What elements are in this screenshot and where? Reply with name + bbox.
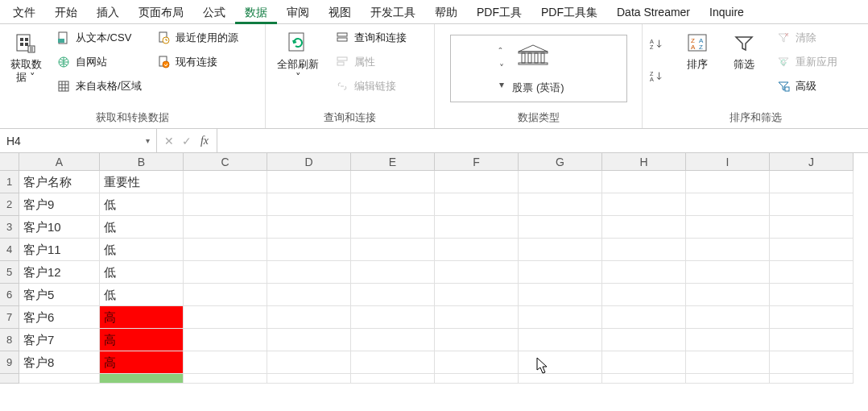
cancel-icon[interactable]: ✕ bbox=[162, 135, 176, 147]
tab-数据[interactable]: 数据 bbox=[235, 0, 277, 24]
cell[interactable] bbox=[686, 239, 770, 261]
col-header-G[interactable]: G bbox=[519, 153, 602, 171]
advanced-filter-button[interactable]: 高级 bbox=[773, 76, 841, 97]
cell[interactable] bbox=[184, 216, 267, 239]
col-header-D[interactable]: D bbox=[267, 153, 351, 171]
cell[interactable]: 客户10 bbox=[19, 216, 100, 239]
cell[interactable] bbox=[267, 306, 351, 329]
cell[interactable] bbox=[435, 351, 519, 374]
cell[interactable] bbox=[770, 374, 854, 384]
datatype-gallery[interactable]: 股票 (英语) ˆ ˅ ▾ bbox=[450, 35, 627, 102]
cell[interactable] bbox=[602, 193, 686, 216]
cell[interactable] bbox=[686, 171, 770, 193]
existing-connections-button[interactable]: 现有连接 bbox=[153, 52, 242, 73]
cell[interactable] bbox=[184, 306, 267, 329]
tab-Inquire[interactable]: Inquire bbox=[700, 0, 754, 24]
tab-审阅[interactable]: 审阅 bbox=[277, 0, 319, 24]
row-header[interactable]: 2 bbox=[0, 193, 19, 216]
row-header[interactable]: 4 bbox=[0, 239, 19, 261]
cell[interactable] bbox=[686, 306, 770, 329]
spreadsheet-grid[interactable]: ABCDEFGHIJ 1客户名称重要性2客户9低3客户10低4客户11低5客户1… bbox=[0, 153, 868, 384]
cell[interactable] bbox=[770, 329, 854, 351]
cell[interactable] bbox=[770, 239, 854, 261]
cell[interactable] bbox=[435, 329, 519, 351]
cell[interactable] bbox=[435, 171, 519, 193]
cell[interactable] bbox=[435, 216, 519, 239]
queries-connections-button[interactable]: 查询和连接 bbox=[332, 27, 410, 48]
cell[interactable]: 高 bbox=[100, 306, 184, 329]
cell[interactable] bbox=[602, 261, 686, 284]
cell[interactable] bbox=[351, 306, 435, 329]
row-header[interactable]: 8 bbox=[0, 329, 19, 351]
from-text-csv-button[interactable]: 从文本/CSV bbox=[53, 27, 145, 48]
cell[interactable] bbox=[686, 329, 770, 351]
cell[interactable]: 低 bbox=[100, 284, 184, 306]
cell[interactable] bbox=[770, 351, 854, 374]
cell[interactable] bbox=[686, 374, 770, 384]
from-web-button[interactable]: 自网站 bbox=[53, 52, 145, 73]
cell[interactable] bbox=[351, 351, 435, 374]
cell[interactable] bbox=[351, 239, 435, 261]
cell[interactable] bbox=[686, 351, 770, 374]
cell[interactable] bbox=[435, 374, 519, 384]
formula-input[interactable] bbox=[217, 129, 868, 152]
tab-PDF工具[interactable]: PDF工具 bbox=[467, 0, 531, 24]
cell[interactable] bbox=[519, 239, 602, 261]
cell[interactable] bbox=[267, 171, 351, 193]
cell[interactable] bbox=[184, 239, 267, 261]
cell[interactable] bbox=[519, 193, 602, 216]
cell[interactable] bbox=[184, 193, 267, 216]
tab-开始[interactable]: 开始 bbox=[45, 0, 87, 24]
cell[interactable] bbox=[267, 351, 351, 374]
tab-公式[interactable]: 公式 bbox=[193, 0, 235, 24]
cell[interactable]: 客户5 bbox=[19, 284, 100, 306]
cell[interactable] bbox=[602, 216, 686, 239]
filter-button[interactable]: 筛选 bbox=[726, 27, 762, 71]
select-all-corner[interactable] bbox=[0, 153, 19, 171]
cell[interactable] bbox=[351, 284, 435, 306]
cell[interactable] bbox=[686, 216, 770, 239]
row-header[interactable]: 5 bbox=[0, 261, 19, 284]
enter-icon[interactable]: ✓ bbox=[180, 135, 194, 147]
cell[interactable] bbox=[602, 284, 686, 306]
cell[interactable] bbox=[267, 239, 351, 261]
cell[interactable]: 客户9 bbox=[19, 193, 100, 216]
tab-开发工具[interactable]: 开发工具 bbox=[361, 0, 425, 24]
recent-sources-button[interactable]: 最近使用的源 bbox=[153, 27, 242, 48]
cell[interactable] bbox=[519, 171, 602, 193]
tab-页面布局[interactable]: 页面布局 bbox=[129, 0, 193, 24]
cell[interactable] bbox=[602, 329, 686, 351]
cell[interactable] bbox=[184, 329, 267, 351]
tab-Data Streamer[interactable]: Data Streamer bbox=[607, 0, 700, 24]
name-box[interactable]: H4 ▾ bbox=[0, 129, 157, 152]
col-header-I[interactable]: I bbox=[686, 153, 770, 171]
sort-button[interactable]: ZAAZ 排序 bbox=[680, 27, 715, 71]
col-header-F[interactable]: F bbox=[435, 153, 519, 171]
cell[interactable]: 客户11 bbox=[19, 239, 100, 261]
name-box-dropdown-icon[interactable]: ▾ bbox=[146, 136, 150, 145]
cell[interactable] bbox=[519, 329, 602, 351]
cell[interactable] bbox=[184, 261, 267, 284]
cell[interactable] bbox=[602, 306, 686, 329]
row-header[interactable]: 7 bbox=[0, 306, 19, 329]
cell[interactable] bbox=[351, 193, 435, 216]
cell[interactable] bbox=[351, 171, 435, 193]
tab-视图[interactable]: 视图 bbox=[319, 0, 361, 24]
cell[interactable]: 高 bbox=[100, 351, 184, 374]
row-header[interactable]: 6 bbox=[0, 284, 19, 306]
cell[interactable]: 低 bbox=[100, 216, 184, 239]
cell[interactable] bbox=[770, 216, 854, 239]
cell[interactable] bbox=[184, 171, 267, 193]
cell[interactable] bbox=[686, 284, 770, 306]
cell[interactable] bbox=[351, 329, 435, 351]
cell[interactable] bbox=[602, 171, 686, 193]
row-header[interactable] bbox=[0, 374, 19, 384]
tab-帮助[interactable]: 帮助 bbox=[425, 0, 467, 24]
cell[interactable] bbox=[519, 284, 602, 306]
cell[interactable]: 低 bbox=[100, 239, 184, 261]
cell[interactable] bbox=[770, 171, 854, 193]
cell[interactable]: 高 bbox=[100, 329, 184, 351]
cell[interactable] bbox=[602, 374, 686, 384]
cell[interactable] bbox=[267, 284, 351, 306]
cell[interactable] bbox=[770, 261, 854, 284]
